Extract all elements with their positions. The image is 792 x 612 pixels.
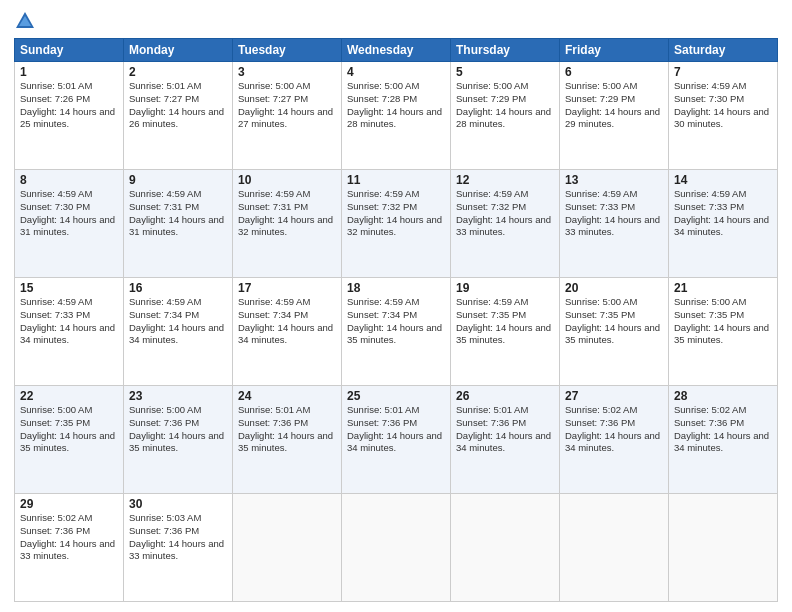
day-number: 6 bbox=[565, 65, 663, 79]
cell-info: Sunrise: 5:00 AM Sunset: 7:28 PM Dayligh… bbox=[347, 80, 445, 131]
day-number: 3 bbox=[238, 65, 336, 79]
day-number: 7 bbox=[674, 65, 772, 79]
day-number: 4 bbox=[347, 65, 445, 79]
cell-info: Sunrise: 5:02 AM Sunset: 7:36 PM Dayligh… bbox=[565, 404, 663, 455]
calendar-cell: 20 Sunrise: 5:00 AM Sunset: 7:35 PM Dayl… bbox=[560, 278, 669, 386]
calendar-cell: 13 Sunrise: 4:59 AM Sunset: 7:33 PM Dayl… bbox=[560, 170, 669, 278]
page: SundayMondayTuesdayWednesdayThursdayFrid… bbox=[0, 0, 792, 612]
cell-info: Sunrise: 4:59 AM Sunset: 7:35 PM Dayligh… bbox=[456, 296, 554, 347]
day-number: 11 bbox=[347, 173, 445, 187]
calendar-cell: 4 Sunrise: 5:00 AM Sunset: 7:28 PM Dayli… bbox=[342, 62, 451, 170]
cell-info: Sunrise: 5:00 AM Sunset: 7:35 PM Dayligh… bbox=[20, 404, 118, 455]
calendar-cell: 5 Sunrise: 5:00 AM Sunset: 7:29 PM Dayli… bbox=[451, 62, 560, 170]
calendar-cell: 24 Sunrise: 5:01 AM Sunset: 7:36 PM Dayl… bbox=[233, 386, 342, 494]
calendar-cell: 14 Sunrise: 4:59 AM Sunset: 7:33 PM Dayl… bbox=[669, 170, 778, 278]
calendar-cell: 3 Sunrise: 5:00 AM Sunset: 7:27 PM Dayli… bbox=[233, 62, 342, 170]
col-header-monday: Monday bbox=[124, 39, 233, 62]
day-number: 15 bbox=[20, 281, 118, 295]
day-number: 17 bbox=[238, 281, 336, 295]
calendar-cell: 7 Sunrise: 4:59 AM Sunset: 7:30 PM Dayli… bbox=[669, 62, 778, 170]
cell-info: Sunrise: 4:59 AM Sunset: 7:33 PM Dayligh… bbox=[565, 188, 663, 239]
calendar-week-1: 1 Sunrise: 5:01 AM Sunset: 7:26 PM Dayli… bbox=[15, 62, 778, 170]
day-number: 12 bbox=[456, 173, 554, 187]
cell-info: Sunrise: 5:00 AM Sunset: 7:27 PM Dayligh… bbox=[238, 80, 336, 131]
col-header-wednesday: Wednesday bbox=[342, 39, 451, 62]
calendar-cell: 15 Sunrise: 4:59 AM Sunset: 7:33 PM Dayl… bbox=[15, 278, 124, 386]
cell-info: Sunrise: 5:01 AM Sunset: 7:36 PM Dayligh… bbox=[347, 404, 445, 455]
logo bbox=[14, 10, 40, 32]
calendar-cell: 21 Sunrise: 5:00 AM Sunset: 7:35 PM Dayl… bbox=[669, 278, 778, 386]
day-number: 22 bbox=[20, 389, 118, 403]
calendar-cell bbox=[342, 494, 451, 602]
calendar-cell: 18 Sunrise: 4:59 AM Sunset: 7:34 PM Dayl… bbox=[342, 278, 451, 386]
calendar-week-4: 22 Sunrise: 5:00 AM Sunset: 7:35 PM Dayl… bbox=[15, 386, 778, 494]
cell-info: Sunrise: 4:59 AM Sunset: 7:30 PM Dayligh… bbox=[674, 80, 772, 131]
cell-info: Sunrise: 5:00 AM Sunset: 7:35 PM Dayligh… bbox=[565, 296, 663, 347]
calendar-cell bbox=[233, 494, 342, 602]
day-number: 28 bbox=[674, 389, 772, 403]
col-header-saturday: Saturday bbox=[669, 39, 778, 62]
cell-info: Sunrise: 4:59 AM Sunset: 7:31 PM Dayligh… bbox=[238, 188, 336, 239]
day-number: 20 bbox=[565, 281, 663, 295]
day-number: 9 bbox=[129, 173, 227, 187]
day-number: 24 bbox=[238, 389, 336, 403]
day-number: 2 bbox=[129, 65, 227, 79]
calendar-cell: 6 Sunrise: 5:00 AM Sunset: 7:29 PM Dayli… bbox=[560, 62, 669, 170]
cell-info: Sunrise: 5:01 AM Sunset: 7:36 PM Dayligh… bbox=[238, 404, 336, 455]
cell-info: Sunrise: 5:02 AM Sunset: 7:36 PM Dayligh… bbox=[20, 512, 118, 563]
day-number: 30 bbox=[129, 497, 227, 511]
day-number: 29 bbox=[20, 497, 118, 511]
cell-info: Sunrise: 5:03 AM Sunset: 7:36 PM Dayligh… bbox=[129, 512, 227, 563]
calendar-cell: 10 Sunrise: 4:59 AM Sunset: 7:31 PM Dayl… bbox=[233, 170, 342, 278]
calendar-cell: 2 Sunrise: 5:01 AM Sunset: 7:27 PM Dayli… bbox=[124, 62, 233, 170]
calendar-cell: 28 Sunrise: 5:02 AM Sunset: 7:36 PM Dayl… bbox=[669, 386, 778, 494]
day-number: 19 bbox=[456, 281, 554, 295]
calendar-cell: 29 Sunrise: 5:02 AM Sunset: 7:36 PM Dayl… bbox=[15, 494, 124, 602]
day-number: 16 bbox=[129, 281, 227, 295]
calendar-cell: 8 Sunrise: 4:59 AM Sunset: 7:30 PM Dayli… bbox=[15, 170, 124, 278]
logo-icon bbox=[14, 10, 36, 32]
day-number: 8 bbox=[20, 173, 118, 187]
day-number: 10 bbox=[238, 173, 336, 187]
calendar-cell: 26 Sunrise: 5:01 AM Sunset: 7:36 PM Dayl… bbox=[451, 386, 560, 494]
cell-info: Sunrise: 4:59 AM Sunset: 7:33 PM Dayligh… bbox=[674, 188, 772, 239]
cell-info: Sunrise: 4:59 AM Sunset: 7:31 PM Dayligh… bbox=[129, 188, 227, 239]
calendar-cell: 11 Sunrise: 4:59 AM Sunset: 7:32 PM Dayl… bbox=[342, 170, 451, 278]
calendar-table: SundayMondayTuesdayWednesdayThursdayFrid… bbox=[14, 38, 778, 602]
header bbox=[14, 10, 778, 32]
calendar-week-2: 8 Sunrise: 4:59 AM Sunset: 7:30 PM Dayli… bbox=[15, 170, 778, 278]
cell-info: Sunrise: 5:00 AM Sunset: 7:29 PM Dayligh… bbox=[565, 80, 663, 131]
day-number: 5 bbox=[456, 65, 554, 79]
day-number: 26 bbox=[456, 389, 554, 403]
cell-info: Sunrise: 4:59 AM Sunset: 7:30 PM Dayligh… bbox=[20, 188, 118, 239]
calendar-cell: 9 Sunrise: 4:59 AM Sunset: 7:31 PM Dayli… bbox=[124, 170, 233, 278]
calendar-cell: 19 Sunrise: 4:59 AM Sunset: 7:35 PM Dayl… bbox=[451, 278, 560, 386]
calendar-cell: 23 Sunrise: 5:00 AM Sunset: 7:36 PM Dayl… bbox=[124, 386, 233, 494]
calendar-cell bbox=[451, 494, 560, 602]
calendar-cell: 17 Sunrise: 4:59 AM Sunset: 7:34 PM Dayl… bbox=[233, 278, 342, 386]
calendar-cell: 1 Sunrise: 5:01 AM Sunset: 7:26 PM Dayli… bbox=[15, 62, 124, 170]
col-header-thursday: Thursday bbox=[451, 39, 560, 62]
cell-info: Sunrise: 4:59 AM Sunset: 7:33 PM Dayligh… bbox=[20, 296, 118, 347]
cell-info: Sunrise: 4:59 AM Sunset: 7:32 PM Dayligh… bbox=[456, 188, 554, 239]
day-number: 21 bbox=[674, 281, 772, 295]
cell-info: Sunrise: 5:01 AM Sunset: 7:26 PM Dayligh… bbox=[20, 80, 118, 131]
day-number: 18 bbox=[347, 281, 445, 295]
calendar-week-3: 15 Sunrise: 4:59 AM Sunset: 7:33 PM Dayl… bbox=[15, 278, 778, 386]
day-number: 25 bbox=[347, 389, 445, 403]
calendar-cell: 27 Sunrise: 5:02 AM Sunset: 7:36 PM Dayl… bbox=[560, 386, 669, 494]
cell-info: Sunrise: 5:00 AM Sunset: 7:36 PM Dayligh… bbox=[129, 404, 227, 455]
calendar-cell: 30 Sunrise: 5:03 AM Sunset: 7:36 PM Dayl… bbox=[124, 494, 233, 602]
day-number: 14 bbox=[674, 173, 772, 187]
col-header-sunday: Sunday bbox=[15, 39, 124, 62]
calendar-week-5: 29 Sunrise: 5:02 AM Sunset: 7:36 PM Dayl… bbox=[15, 494, 778, 602]
calendar-cell: 12 Sunrise: 4:59 AM Sunset: 7:32 PM Dayl… bbox=[451, 170, 560, 278]
calendar-header-row: SundayMondayTuesdayWednesdayThursdayFrid… bbox=[15, 39, 778, 62]
col-header-tuesday: Tuesday bbox=[233, 39, 342, 62]
cell-info: Sunrise: 5:00 AM Sunset: 7:29 PM Dayligh… bbox=[456, 80, 554, 131]
cell-info: Sunrise: 5:02 AM Sunset: 7:36 PM Dayligh… bbox=[674, 404, 772, 455]
day-number: 27 bbox=[565, 389, 663, 403]
calendar-cell: 25 Sunrise: 5:01 AM Sunset: 7:36 PM Dayl… bbox=[342, 386, 451, 494]
calendar-cell bbox=[669, 494, 778, 602]
cell-info: Sunrise: 5:01 AM Sunset: 7:36 PM Dayligh… bbox=[456, 404, 554, 455]
